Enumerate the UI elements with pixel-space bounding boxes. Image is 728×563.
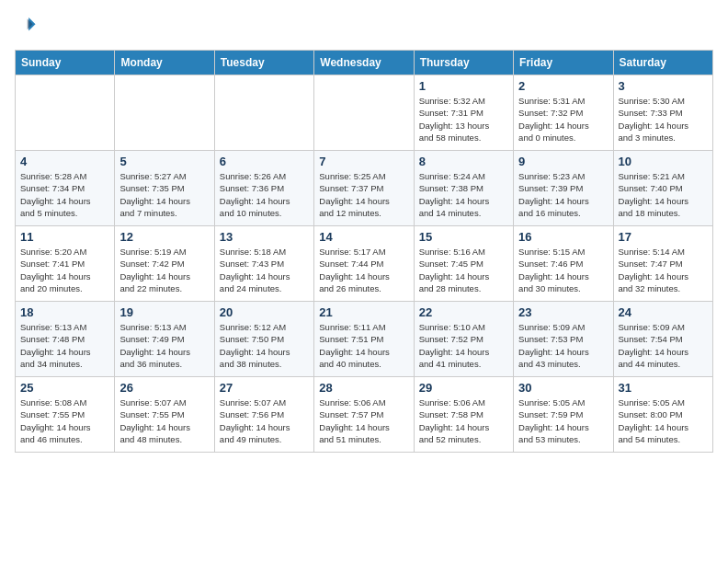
day-number: 27 bbox=[220, 381, 309, 395]
day-number: 16 bbox=[518, 230, 608, 244]
day-number: 11 bbox=[20, 230, 109, 244]
calendar-cell bbox=[214, 75, 313, 151]
calendar-cell: 7Sunrise: 5:25 AMSunset: 7:37 PMDaylight… bbox=[314, 151, 414, 226]
day-info: Sunrise: 5:10 AMSunset: 7:52 PMDaylight:… bbox=[419, 321, 508, 370]
calendar-cell bbox=[314, 75, 414, 151]
calendar-cell: 14Sunrise: 5:17 AMSunset: 7:44 PMDayligh… bbox=[314, 226, 414, 302]
calendar-cell: 16Sunrise: 5:15 AMSunset: 7:46 PMDayligh… bbox=[514, 226, 613, 302]
day-info: Sunrise: 5:20 AMSunset: 7:41 PMDaylight:… bbox=[20, 246, 109, 294]
day-info: Sunrise: 5:06 AMSunset: 7:57 PMDaylight:… bbox=[319, 396, 408, 445]
day-number: 5 bbox=[119, 155, 209, 168]
day-number: 13 bbox=[220, 230, 309, 244]
calendar-week-4: 25Sunrise: 5:08 AMSunset: 7:55 PMDayligh… bbox=[16, 377, 713, 453]
day-number: 22 bbox=[419, 305, 508, 319]
calendar-table: SundayMondayTuesdayWednesdayThursdayFrid… bbox=[15, 50, 713, 453]
weekday-header-thursday: Thursday bbox=[414, 51, 513, 75]
calendar-cell: 25Sunrise: 5:08 AMSunset: 7:55 PMDayligh… bbox=[16, 377, 115, 453]
calendar-cell: 22Sunrise: 5:10 AMSunset: 7:52 PMDayligh… bbox=[414, 302, 513, 377]
calendar-cell: 6Sunrise: 5:26 AMSunset: 7:36 PMDaylight… bbox=[214, 151, 313, 226]
weekday-header-row: SundayMondayTuesdayWednesdayThursdayFrid… bbox=[16, 51, 713, 75]
calendar-cell: 8Sunrise: 5:24 AMSunset: 7:38 PMDaylight… bbox=[414, 151, 513, 226]
day-info: Sunrise: 5:31 AMSunset: 7:32 PMDaylight:… bbox=[518, 95, 608, 144]
day-number: 26 bbox=[119, 381, 209, 395]
day-info: Sunrise: 5:25 AMSunset: 7:37 PMDaylight:… bbox=[319, 170, 408, 219]
calendar-cell: 18Sunrise: 5:13 AMSunset: 7:48 PMDayligh… bbox=[16, 302, 115, 377]
day-info: Sunrise: 5:21 AMSunset: 7:40 PMDaylight:… bbox=[619, 170, 708, 219]
day-info: Sunrise: 5:19 AMSunset: 7:42 PMDaylight:… bbox=[119, 246, 209, 294]
day-info: Sunrise: 5:27 AMSunset: 7:35 PMDaylight:… bbox=[119, 170, 209, 219]
day-number: 6 bbox=[220, 155, 309, 168]
day-info: Sunrise: 5:07 AMSunset: 7:55 PMDaylight:… bbox=[119, 396, 209, 445]
calendar-cell: 24Sunrise: 5:09 AMSunset: 7:54 PMDayligh… bbox=[613, 302, 712, 377]
day-info: Sunrise: 5:15 AMSunset: 7:46 PMDaylight:… bbox=[518, 246, 608, 294]
calendar-cell: 30Sunrise: 5:05 AMSunset: 7:59 PMDayligh… bbox=[514, 377, 613, 453]
calendar-cell: 13Sunrise: 5:18 AMSunset: 7:43 PMDayligh… bbox=[214, 226, 313, 302]
day-info: Sunrise: 5:05 AMSunset: 7:59 PMDaylight:… bbox=[518, 396, 608, 445]
calendar-cell: 27Sunrise: 5:07 AMSunset: 7:56 PMDayligh… bbox=[214, 377, 313, 453]
day-info: Sunrise: 5:13 AMSunset: 7:48 PMDaylight:… bbox=[20, 321, 109, 370]
day-info: Sunrise: 5:26 AMSunset: 7:36 PMDaylight:… bbox=[220, 170, 309, 219]
day-number: 8 bbox=[419, 155, 508, 168]
weekday-header-saturday: Saturday bbox=[613, 51, 712, 75]
calendar-cell: 5Sunrise: 5:27 AMSunset: 7:35 PMDaylight… bbox=[115, 151, 214, 226]
calendar-week-1: 4Sunrise: 5:28 AMSunset: 7:34 PMDaylight… bbox=[16, 151, 713, 226]
day-number: 15 bbox=[419, 230, 508, 244]
weekday-header-tuesday: Tuesday bbox=[214, 51, 313, 75]
calendar-cell: 10Sunrise: 5:21 AMSunset: 7:40 PMDayligh… bbox=[613, 151, 712, 226]
logo bbox=[15, 15, 39, 39]
calendar-cell: 15Sunrise: 5:16 AMSunset: 7:45 PMDayligh… bbox=[414, 226, 513, 302]
day-number: 4 bbox=[20, 155, 109, 168]
calendar-week-0: 1Sunrise: 5:32 AMSunset: 7:31 PMDaylight… bbox=[16, 75, 713, 151]
day-number: 17 bbox=[619, 230, 708, 244]
calendar-cell: 31Sunrise: 5:05 AMSunset: 8:00 PMDayligh… bbox=[613, 377, 712, 453]
calendar-cell: 2Sunrise: 5:31 AMSunset: 7:32 PMDaylight… bbox=[514, 75, 613, 151]
calendar-cell bbox=[115, 75, 214, 151]
calendar-week-3: 18Sunrise: 5:13 AMSunset: 7:48 PMDayligh… bbox=[16, 302, 713, 377]
calendar-cell: 11Sunrise: 5:20 AMSunset: 7:41 PMDayligh… bbox=[16, 226, 115, 302]
day-number: 31 bbox=[619, 381, 708, 395]
day-number: 2 bbox=[518, 79, 608, 93]
day-info: Sunrise: 5:05 AMSunset: 8:00 PMDaylight:… bbox=[619, 396, 708, 445]
day-number: 10 bbox=[619, 155, 708, 168]
weekday-header-monday: Monday bbox=[115, 51, 214, 75]
day-info: Sunrise: 5:17 AMSunset: 7:44 PMDaylight:… bbox=[319, 246, 408, 294]
day-info: Sunrise: 5:32 AMSunset: 7:31 PMDaylight:… bbox=[419, 95, 508, 144]
calendar-cell: 21Sunrise: 5:11 AMSunset: 7:51 PMDayligh… bbox=[314, 302, 414, 377]
calendar-cell: 20Sunrise: 5:12 AMSunset: 7:50 PMDayligh… bbox=[214, 302, 313, 377]
calendar-cell: 29Sunrise: 5:06 AMSunset: 7:58 PMDayligh… bbox=[414, 377, 513, 453]
day-number: 12 bbox=[119, 230, 209, 244]
day-info: Sunrise: 5:07 AMSunset: 7:56 PMDaylight:… bbox=[220, 396, 309, 445]
day-info: Sunrise: 5:09 AMSunset: 7:53 PMDaylight:… bbox=[518, 321, 608, 370]
weekday-header-friday: Friday bbox=[514, 51, 613, 75]
logo-icon bbox=[17, 15, 37, 35]
day-info: Sunrise: 5:23 AMSunset: 7:39 PMDaylight:… bbox=[518, 170, 608, 219]
day-number: 9 bbox=[518, 155, 608, 168]
day-info: Sunrise: 5:30 AMSunset: 7:33 PMDaylight:… bbox=[619, 95, 708, 144]
day-number: 21 bbox=[319, 305, 408, 319]
day-number: 1 bbox=[419, 79, 508, 93]
calendar-cell: 17Sunrise: 5:14 AMSunset: 7:47 PMDayligh… bbox=[613, 226, 712, 302]
day-number: 29 bbox=[419, 381, 508, 395]
day-info: Sunrise: 5:06 AMSunset: 7:58 PMDaylight:… bbox=[419, 396, 508, 445]
day-number: 7 bbox=[319, 155, 408, 168]
calendar-cell: 19Sunrise: 5:13 AMSunset: 7:49 PMDayligh… bbox=[115, 302, 214, 377]
calendar-cell: 28Sunrise: 5:06 AMSunset: 7:57 PMDayligh… bbox=[314, 377, 414, 453]
day-info: Sunrise: 5:08 AMSunset: 7:55 PMDaylight:… bbox=[20, 396, 109, 445]
day-info: Sunrise: 5:09 AMSunset: 7:54 PMDaylight:… bbox=[619, 321, 708, 370]
page-header bbox=[15, 15, 713, 39]
weekday-header-sunday: Sunday bbox=[16, 51, 115, 75]
day-info: Sunrise: 5:11 AMSunset: 7:51 PMDaylight:… bbox=[319, 321, 408, 370]
day-info: Sunrise: 5:14 AMSunset: 7:47 PMDaylight:… bbox=[619, 246, 708, 294]
day-number: 19 bbox=[119, 305, 209, 319]
calendar-body: 1Sunrise: 5:32 AMSunset: 7:31 PMDaylight… bbox=[16, 75, 713, 453]
day-number: 20 bbox=[220, 305, 309, 319]
weekday-header-wednesday: Wednesday bbox=[314, 51, 414, 75]
calendar-cell: 3Sunrise: 5:30 AMSunset: 7:33 PMDaylight… bbox=[613, 75, 712, 151]
day-number: 3 bbox=[619, 79, 708, 93]
calendar-cell: 26Sunrise: 5:07 AMSunset: 7:55 PMDayligh… bbox=[115, 377, 214, 453]
day-info: Sunrise: 5:24 AMSunset: 7:38 PMDaylight:… bbox=[419, 170, 508, 219]
day-info: Sunrise: 5:13 AMSunset: 7:49 PMDaylight:… bbox=[119, 321, 209, 370]
day-info: Sunrise: 5:16 AMSunset: 7:45 PMDaylight:… bbox=[419, 246, 508, 294]
calendar-cell: 12Sunrise: 5:19 AMSunset: 7:42 PMDayligh… bbox=[115, 226, 214, 302]
day-number: 14 bbox=[319, 230, 408, 244]
